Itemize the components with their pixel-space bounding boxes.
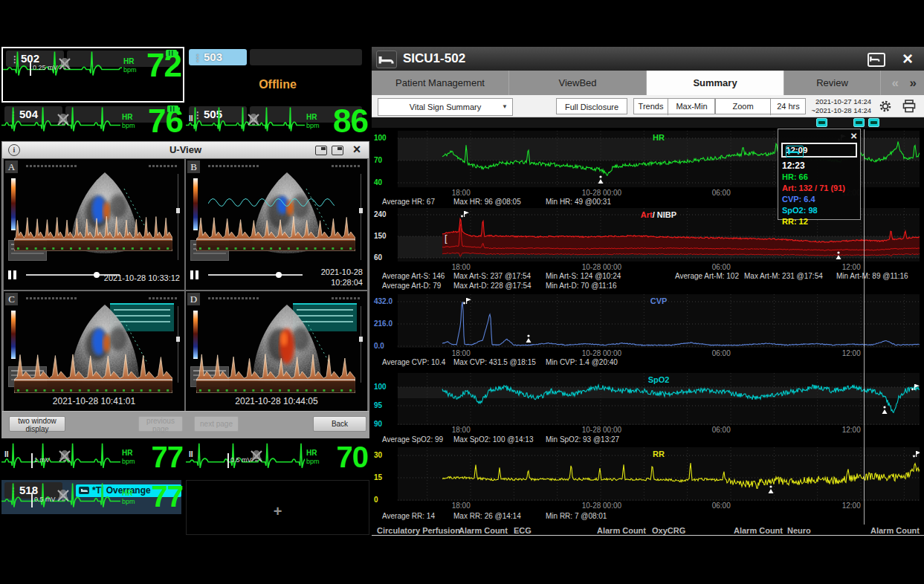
event-bed-icon[interactable] bbox=[853, 118, 865, 127]
chart-stat: Max Art-D: 228 @17:54 bbox=[453, 282, 532, 290]
full-disclosure-button[interactable]: Full Disclosure bbox=[556, 98, 627, 114]
ultrasound-clip-A[interactable]: A2021-10-28 10:33:12 bbox=[4, 159, 184, 290]
zoom-button[interactable]: Zoom bbox=[716, 99, 771, 115]
uview-titlebar[interactable]: i U-View × bbox=[2, 142, 369, 158]
y-axis-label: 90 bbox=[374, 420, 396, 428]
patient-tile-502[interactable]: ⋮5020.25 mVHRbpm72 bbox=[1, 47, 184, 103]
x-axis-tick: 10-28 00:00 bbox=[582, 502, 621, 510]
tab-summary[interactable]: Summary bbox=[647, 71, 784, 95]
settings-gear-icon[interactable] bbox=[879, 100, 892, 113]
patient-tile-518[interactable]: ⋮518*TI Overrange0.5 mVHRbpm77 bbox=[1, 480, 184, 535]
summary-type-select[interactable]: Vital Sign Summary ▼ bbox=[378, 98, 513, 116]
playback-track[interactable] bbox=[208, 274, 303, 276]
spectral-doppler-strip bbox=[14, 214, 172, 251]
event-bed-icon[interactable] bbox=[816, 118, 827, 127]
pause-icon[interactable] bbox=[8, 270, 17, 279]
hr-param-label: HR bbox=[306, 114, 317, 121]
print-icon[interactable] bbox=[902, 100, 916, 113]
next-page-button[interactable]: next page bbox=[194, 416, 239, 432]
clip-letter: D bbox=[187, 293, 200, 305]
header-text-decor bbox=[332, 165, 361, 167]
tabs-next-icon[interactable]: » bbox=[910, 71, 917, 95]
x-axis-tick: 12:00 bbox=[842, 426, 861, 434]
tab-review[interactable]: Review bbox=[784, 71, 881, 95]
hr-value: 77 bbox=[140, 483, 181, 511]
ultrasound-clip-B[interactable]: B2021-10-2810:28:04 bbox=[186, 159, 367, 290]
tooltip-time-input[interactable]: 12:09 bbox=[781, 143, 857, 158]
y-axis-label: 60 bbox=[374, 253, 396, 262]
summary-type-value: Vital Sign Summary bbox=[410, 103, 481, 111]
waveform-area: 0.5 mVHRbpm77 bbox=[1, 480, 181, 514]
waveform-area: HRbpm76 bbox=[1, 104, 180, 138]
uview-window: i U-View × A2021-10-28 10:33:12B2021-10-… bbox=[1, 141, 369, 438]
date-range: 2021-10-27 14:24 ~2021-10-28 14:24 bbox=[809, 97, 871, 115]
pause-icon[interactable] bbox=[190, 270, 199, 279]
tooltip-close-icon[interactable]: × bbox=[850, 129, 857, 142]
waveform-area: 0.25 mVHRbpm72 bbox=[3, 48, 181, 82]
ultrasound-clip-D[interactable]: D2021-10-28 10:44:05 bbox=[186, 291, 367, 412]
bed-label[interactable]: ⋮503 bbox=[189, 49, 247, 65]
two-window-display-button[interactable]: two window display bbox=[9, 416, 65, 432]
bed-number: 503 bbox=[204, 51, 222, 63]
hr-param-label: HR bbox=[122, 450, 132, 457]
x-axis-tick: 18:00 bbox=[452, 502, 471, 510]
trends-group: Trends Max-Min bbox=[633, 98, 715, 114]
hr-unit-label: bpm bbox=[123, 67, 137, 74]
window-title: SICU1-502 bbox=[403, 47, 465, 71]
x-axis-tick: 10-28 00:00 bbox=[582, 263, 621, 271]
x-axis-tick: 06:00 bbox=[712, 502, 731, 510]
chart-title-rr: RR bbox=[398, 450, 920, 458]
time-cursor[interactable] bbox=[864, 129, 865, 525]
trend-tooltip: × 12:09 12:23 HR: 66Art: 132 / 71 (91)CV… bbox=[778, 129, 861, 220]
playback-knob[interactable] bbox=[276, 272, 282, 278]
zoom-group: Zoom 24 hrs bbox=[715, 98, 806, 114]
tab-patient-management[interactable]: Patient Management bbox=[372, 71, 509, 95]
lead-label: II bbox=[4, 450, 9, 458]
expand-icon[interactable] bbox=[332, 146, 343, 155]
chart-title-text: SpO2 bbox=[648, 375, 670, 384]
viewer-toolbar: Vital Sign Summary ▼ Full Disclosure Tre… bbox=[372, 95, 924, 117]
patient-tile-w70[interactable]: II0.5 mVHRbpm70 bbox=[186, 440, 369, 478]
tab-viewbed[interactable]: ViewBed bbox=[509, 71, 647, 95]
spectral-doppler-strip bbox=[196, 214, 355, 251]
patient-name-box[interactable] bbox=[250, 49, 362, 65]
minimize-to-tile-icon[interactable] bbox=[868, 53, 885, 67]
depth-scale bbox=[178, 306, 178, 383]
bottom-section-label: Alarm Count bbox=[459, 526, 508, 535]
tooltip-value-row: RR: 12 bbox=[782, 217, 808, 226]
viewer-tabs: « » Patient ManagementViewBedSummaryRevi… bbox=[372, 71, 924, 95]
hr-unit-label: bpm bbox=[306, 123, 320, 129]
playback-knob[interactable] bbox=[94, 272, 100, 278]
y-axis-label: 40 bbox=[374, 178, 396, 186]
ultrasound-clip-C[interactable]: C2021-10-28 10:41:01 bbox=[4, 291, 184, 412]
add-patient-button[interactable]: + bbox=[187, 503, 369, 520]
close-icon[interactable]: × bbox=[899, 47, 917, 71]
patient-tile-503[interactable]: ⋮503Offline bbox=[186, 47, 369, 103]
chart-stat: Min Art-M: 89 @11:16 bbox=[836, 272, 908, 280]
hr-param-label: HR bbox=[122, 114, 132, 121]
patient-tile-empty[interactable]: + bbox=[186, 480, 369, 535]
chart-title-cvp: CVP bbox=[398, 296, 920, 305]
hr-param-label: HR bbox=[123, 58, 134, 65]
trends-button[interactable]: Trends bbox=[634, 99, 668, 115]
back-button[interactable]: Back bbox=[313, 416, 366, 432]
trend-charts-area: × 12:09 12:23 HR: 66Art: 132 / 71 (91)CV… bbox=[372, 117, 924, 535]
tooltip-bed-icon[interactable] bbox=[786, 146, 804, 158]
chart-stat: Min Art-D: 70 @11:16 bbox=[546, 282, 617, 290]
uview-footer: two window display previous page next pa… bbox=[2, 411, 369, 438]
chart-stat: Average Art-M: 102 bbox=[675, 272, 739, 280]
x-axis-tick: 18:00 bbox=[452, 349, 471, 357]
event-bed-icon[interactable] bbox=[868, 118, 879, 127]
close-icon[interactable]: × bbox=[351, 141, 363, 158]
hr-unit-label: bpm bbox=[122, 458, 135, 465]
header-text-decor bbox=[208, 297, 260, 299]
tabs-prev-icon[interactable]: « bbox=[892, 71, 899, 95]
viewer-titlebar[interactable]: SICU1-502 × bbox=[372, 47, 924, 71]
lead-label: II bbox=[189, 114, 193, 123]
patient-tile-w77[interactable]: II1 mVHRbpm77 bbox=[1, 440, 184, 478]
tile-menu-dots-icon[interactable]: ⋮ bbox=[193, 53, 202, 63]
pop-out-icon[interactable] bbox=[315, 146, 327, 155]
interval-button[interactable]: 24 hrs bbox=[771, 99, 806, 115]
previous-page-button[interactable]: previous page bbox=[138, 416, 183, 432]
trend-mode-button[interactable]: Max-Min bbox=[668, 99, 715, 115]
